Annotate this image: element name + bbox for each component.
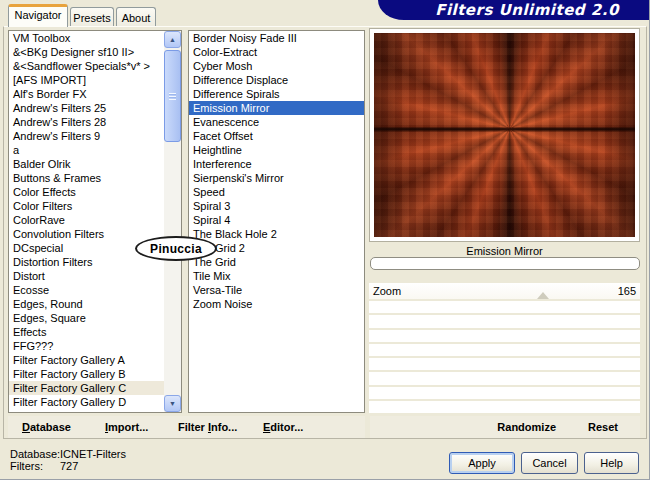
filter-preview-image[interactable] — [374, 33, 635, 237]
category-list-item[interactable]: Filter Factory Gallery C — [9, 381, 164, 395]
filter-list-item[interactable]: Heightline — [189, 143, 364, 157]
filter-list-item[interactable]: Evanescence — [189, 115, 364, 129]
category-list-item[interactable]: a — [9, 143, 164, 157]
preview-panel — [369, 28, 640, 242]
empty-parameter-row — [369, 330, 640, 342]
category-list-item[interactable]: Filter Factory Gallery A — [9, 353, 164, 367]
empty-parameter-row — [369, 315, 640, 327]
toolbar-left: Database Import... Filter Info... Editor… — [8, 416, 365, 438]
category-list-item[interactable]: Alf's Border FX — [9, 87, 164, 101]
watermark-text: Pinuccia — [150, 242, 202, 256]
app-title: Filters Unlimited 2.0 — [409, 1, 619, 19]
randomize-button[interactable]: Randomize — [497, 416, 556, 438]
import-button[interactable]: Import... — [105, 416, 148, 438]
category-list-item[interactable]: &<Sandflower Specials*v* > — [9, 59, 164, 73]
database-status-label: Database: — [10, 448, 60, 460]
filter-list-item[interactable]: Versa-Tile — [189, 283, 364, 297]
tab-navigator[interactable]: Navigator — [8, 4, 68, 27]
filter-list-item[interactable]: Tile Mix — [189, 269, 364, 283]
category-list-item[interactable]: Color Filters — [9, 199, 164, 213]
filter-list-item[interactable]: Spiral 4 — [189, 213, 364, 227]
empty-parameter-row — [369, 387, 640, 399]
empty-parameter-row — [369, 301, 640, 313]
parameter-rows: Zoom 165 — [369, 283, 640, 413]
empty-parameter-row — [369, 372, 640, 384]
database-status-value: ICNET-Filters — [60, 448, 126, 460]
category-list-scrollbar[interactable]: ▲ ▼ — [164, 31, 181, 412]
slider-thumb-icon[interactable] — [537, 292, 549, 299]
category-list-item[interactable]: Buttons & Frames — [9, 171, 164, 185]
scrollbar-up-icon: ▲ — [169, 36, 176, 43]
scrollbar-down-button[interactable]: ▼ — [164, 395, 181, 412]
help-button[interactable]: Help — [584, 452, 639, 474]
filters-unlimited-dialog: Filters Unlimited 2.0 Navigator Presets … — [0, 0, 650, 480]
category-list-item[interactable]: Convolution Filters — [9, 227, 164, 241]
filter-list-item[interactable]: Speed — [189, 185, 364, 199]
scrollbar-down-icon: ▼ — [169, 400, 176, 407]
reset-button[interactable]: Reset — [588, 416, 618, 438]
filter-list-item[interactable]: Color-Extract — [189, 45, 364, 59]
zoom-label: Zoom — [373, 285, 401, 297]
filter-list-item[interactable]: Facet Offset — [189, 129, 364, 143]
preview-caption: Emission Mirror — [369, 245, 640, 257]
scrollbar-thumb[interactable] — [164, 50, 181, 142]
category-list-item[interactable]: Distortion Filters — [9, 255, 164, 269]
filter-list-item[interactable]: Spiral 3 — [189, 199, 364, 213]
scrollbar-up-button[interactable]: ▲ — [164, 31, 181, 48]
category-list[interactable]: ▲ ▼ VM Toolbox&<BKg Designer sf10 II>&<S… — [8, 30, 182, 413]
zoom-value: 165 — [618, 285, 636, 297]
category-list-item[interactable]: Andrew's Filters 28 — [9, 115, 164, 129]
render-progress-bar — [370, 257, 640, 270]
filter-list-item[interactable]: Emission Mirror — [189, 101, 364, 115]
empty-parameter-row — [369, 358, 640, 370]
category-list-item[interactable]: Color Effects — [9, 185, 164, 199]
database-button[interactable]: Database — [22, 416, 71, 438]
category-list-item[interactable]: [AFS IMPORT] — [9, 73, 164, 87]
empty-parameter-row — [369, 401, 640, 413]
category-list-item[interactable]: Filter Factory Gallery B — [9, 367, 164, 381]
filter-list-item[interactable]: Difference Spirals — [189, 87, 364, 101]
category-list-item[interactable]: Ecosse — [9, 283, 164, 297]
category-list-item[interactable]: &<BKg Designer sf10 II> — [9, 45, 164, 59]
category-list-item[interactable]: ColorRave — [9, 213, 164, 227]
filters-count-label: Filters: — [10, 460, 60, 472]
filter-list-item[interactable]: Difference Displace — [189, 73, 364, 87]
cancel-button[interactable]: Cancel — [521, 452, 578, 474]
filter-list-item[interactable]: Sierpenski's Mirror — [189, 171, 364, 185]
scrollbar-grip-icon — [169, 93, 176, 100]
category-list-item[interactable]: Filter Factory Gallery D — [9, 395, 164, 409]
title-banner: Filters Unlimited 2.0 — [378, 0, 650, 20]
empty-parameter-row — [369, 344, 640, 356]
category-list-item[interactable]: Distort — [9, 269, 164, 283]
status-area: Database: ICNET-Filters Filters: 727 — [10, 448, 126, 472]
category-list-item[interactable]: Edges, Square — [9, 311, 164, 325]
zoom-slider[interactable]: Zoom 165 — [369, 283, 640, 299]
pinuccia-watermark: Pinuccia — [135, 236, 217, 261]
filter-list-item[interactable]: Border Noisy Fade III — [189, 31, 364, 45]
scrollbar-track[interactable] — [164, 48, 181, 395]
toolbar-right: Randomize Reset — [370, 416, 640, 438]
category-list-item[interactable]: Andrew's Filters 25 — [9, 101, 164, 115]
filter-list-item[interactable]: Zoom Noise — [189, 297, 364, 311]
category-list-item[interactable]: Andrew's Filters 9 — [9, 129, 164, 143]
filter-list-item[interactable]: The Black Hole 2 — [189, 227, 364, 241]
category-list-item[interactable]: Edges, Round — [9, 297, 164, 311]
category-list-item[interactable]: FFG??? — [9, 339, 164, 353]
filters-count-value: 727 — [60, 460, 126, 472]
tab-about[interactable]: About — [116, 7, 156, 27]
filter-list-item[interactable]: Cyber Mosh — [189, 59, 364, 73]
filter-info-button[interactable]: Filter Info... — [178, 416, 237, 438]
category-list-item[interactable]: Balder Olrik — [9, 157, 164, 171]
filter-list-item[interactable]: The Grid — [189, 255, 364, 269]
category-list-item[interactable]: VM Toolbox — [9, 31, 164, 45]
apply-button[interactable]: Apply — [449, 452, 515, 474]
tab-presets[interactable]: Presets — [70, 7, 114, 27]
filter-list-item[interactable]: Interference — [189, 157, 364, 171]
editor-button[interactable]: Editor... — [263, 416, 303, 438]
category-list-item[interactable]: Effects — [9, 325, 164, 339]
filter-list[interactable]: Border Noisy Fade IIIColor-ExtractCyber … — [188, 30, 365, 413]
